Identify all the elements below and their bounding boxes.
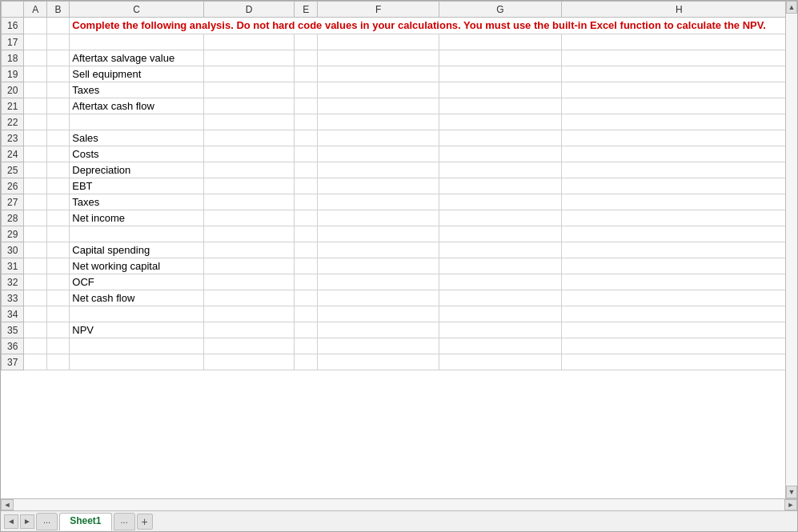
row-num-19: 19 (2, 66, 24, 82)
row-num-22: 22 (2, 114, 24, 130)
row-num-30: 30 (2, 242, 24, 258)
table-row: 26 EBT (2, 178, 797, 194)
cell-c24[interactable]: Costs (70, 146, 204, 162)
col-header-c[interactable]: C (70, 2, 204, 18)
row-num-16: 16 (2, 18, 24, 34)
row-num-35: 35 (2, 322, 24, 338)
hscroll-track[interactable] (14, 499, 784, 510)
table-row: 37 (2, 354, 797, 370)
cell-c28[interactable]: Net income (70, 210, 204, 226)
cell-g26[interactable] (439, 178, 561, 194)
table-row: 23 Sales (2, 130, 797, 146)
table-row: 29 (2, 226, 797, 242)
cell-f27[interactable] (317, 194, 439, 210)
scroll-right-btn[interactable]: ► (784, 499, 797, 510)
sheet-tab-sheet1[interactable]: Sheet1 (59, 513, 111, 530)
cell-d19[interactable] (203, 66, 295, 82)
cell-h28[interactable] (561, 210, 797, 226)
cell-c23[interactable]: Sales (70, 130, 204, 146)
row-num-33: 33 (2, 290, 24, 306)
table-row: 31 Net working capital (2, 258, 797, 274)
col-header-a[interactable]: A (24, 2, 46, 18)
cell-c25[interactable]: Depreciation (70, 162, 204, 178)
cell-c27[interactable]: Taxes (70, 194, 204, 210)
cell-c26[interactable]: EBT (70, 178, 204, 194)
cell-h24[interactable] (561, 146, 797, 162)
cell-c20[interactable]: Taxes (70, 82, 204, 98)
table-row: 27 Taxes (2, 194, 797, 210)
cell-c19[interactable]: Sell equipment (70, 66, 204, 82)
cell-g31[interactable] (439, 258, 561, 274)
scroll-left-btn[interactable]: ◄ (1, 499, 14, 510)
row-num-29: 29 (2, 226, 24, 242)
cell-d35[interactable] (203, 322, 295, 338)
cell-c30[interactable]: Capital spending (70, 242, 204, 258)
table-row: 28 Net income (2, 210, 797, 226)
tab-add-button[interactable]: + (137, 514, 153, 530)
cell-g25[interactable] (439, 162, 561, 178)
cell-h32[interactable] (561, 274, 797, 290)
cell-c18[interactable]: Aftertax salvage value (70, 50, 204, 66)
cell-g23[interactable] (439, 130, 561, 146)
cell-b16[interactable] (46, 18, 69, 34)
cell-h23[interactable] (561, 130, 797, 146)
cell-d21[interactable] (203, 98, 295, 114)
row-num-21: 21 (2, 98, 24, 114)
tab-nav-next[interactable]: ► (20, 514, 34, 529)
col-header-b[interactable]: B (46, 2, 69, 18)
row-num-23: 23 (2, 130, 24, 146)
col-header-h[interactable]: H (561, 2, 797, 18)
cell-g27[interactable] (439, 194, 561, 210)
tab-more-left[interactable]: ... (36, 513, 58, 530)
cell-h25[interactable] (561, 162, 797, 178)
cell-a16[interactable] (24, 18, 46, 34)
cell-c31[interactable]: Net working capital (70, 258, 204, 274)
cell-h33[interactable] (561, 290, 797, 306)
row-num-24: 24 (2, 146, 24, 162)
tab-more-right[interactable]: ... (114, 513, 135, 530)
cell-d31[interactable] (203, 258, 295, 274)
cell-h26[interactable] (561, 178, 797, 194)
col-header-f[interactable]: F (317, 2, 439, 18)
cell-f33[interactable] (317, 290, 439, 306)
col-header-g[interactable]: G (439, 2, 561, 18)
cell-d33[interactable] (203, 290, 295, 306)
col-header-e[interactable]: E (295, 2, 317, 18)
cell-c32[interactable]: OCF (70, 274, 204, 290)
table-row: 17 (2, 34, 797, 50)
col-header-d[interactable]: D (203, 2, 295, 18)
cell-g30[interactable] (439, 242, 561, 258)
cell-g28[interactable] (439, 210, 561, 226)
scroll-track-vertical[interactable] (786, 14, 797, 486)
table-row: 36 (2, 338, 797, 354)
cell-c35[interactable]: NPV (70, 322, 204, 338)
table-row: 32 OCF (2, 274, 797, 290)
table-row: 18 Aftertax salvage value (2, 50, 797, 66)
vertical-scrollbar[interactable]: ▲ ▼ (785, 1, 797, 498)
table-row: 34 (2, 306, 797, 322)
cell-c21[interactable]: Aftertax cash flow (70, 98, 204, 114)
scroll-up-btn[interactable]: ▲ (786, 1, 797, 14)
cell-f26[interactable] (317, 178, 439, 194)
cell-g24[interactable] (439, 146, 561, 162)
cell-d30[interactable] (203, 242, 295, 258)
cell-g33[interactable] (439, 290, 561, 306)
scroll-down-btn[interactable]: ▼ (786, 486, 797, 498)
table-row: 25 Depreciation (2, 162, 797, 178)
table-row: 35 NPV (2, 322, 797, 338)
cell-c33[interactable]: Net cash flow (70, 290, 204, 306)
cell-f32[interactable] (317, 274, 439, 290)
cell-f25[interactable] (317, 162, 439, 178)
cell-f28[interactable] (317, 210, 439, 226)
cell-f23[interactable] (317, 130, 439, 146)
cell-d20[interactable] (203, 82, 295, 98)
horizontal-scrollbar[interactable]: ◄ ► (1, 498, 797, 510)
cell-h27[interactable] (561, 194, 797, 210)
table-row: 21 Aftertax cash flow (2, 98, 797, 114)
instruction-cell: Complete the following analysis. Do not … (70, 18, 797, 34)
row-num-32: 32 (2, 274, 24, 290)
tab-nav-prev[interactable]: ◄ (4, 514, 18, 529)
row-num-27: 27 (2, 194, 24, 210)
cell-g32[interactable] (439, 274, 561, 290)
cell-f24[interactable] (317, 146, 439, 162)
